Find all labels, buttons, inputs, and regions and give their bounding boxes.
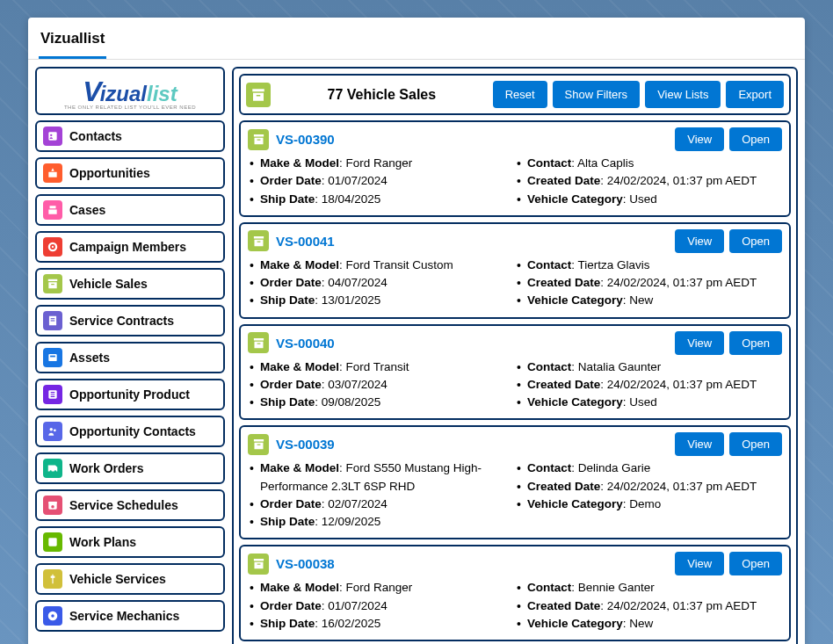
field-order-date: Order Date: 04/07/2024: [248, 274, 515, 292]
sidebar-item-label: Work Plans: [69, 535, 136, 549]
sidebar-icon: [43, 127, 62, 146]
field-created-date: Created Date: 24/02/2024, 01:37 pm AEDT: [515, 478, 782, 496]
sidebar-icon: [43, 532, 62, 552]
field-order-date: Order Date: 03/07/2024: [248, 376, 515, 394]
sidebar-item-label: Assets: [69, 351, 110, 365]
page-title: 77 Vehicle Sales: [278, 87, 486, 103]
view-button[interactable]: View: [675, 432, 724, 456]
view-button[interactable]: View: [675, 229, 724, 253]
sidebar-item-vehicle-services[interactable]: Vehicle Services: [35, 563, 225, 595]
open-button[interactable]: Open: [729, 331, 782, 355]
tab-vizuallist[interactable]: Vizuallist: [39, 25, 106, 59]
sidebar-item-opportunities[interactable]: Opportunities: [35, 157, 225, 189]
sidebar-item-label: Service Schedules: [69, 498, 178, 512]
svg-rect-6: [51, 320, 55, 321]
field-ship-date: Ship Date: 09/08/2025: [248, 394, 515, 411]
sidebar-item-label: Contacts: [69, 129, 122, 143]
field-vehicle-category: Vehicle Category: New: [515, 615, 782, 633]
record-card: VS-00039 View Open Make & Model: Ford S5…: [239, 425, 791, 539]
record-title-link[interactable]: VS-00038: [276, 556, 668, 571]
sidebar-item-label: Vehicle Services: [69, 572, 166, 586]
sidebar-item-campaign-members[interactable]: Campaign Members: [35, 231, 225, 263]
archive-icon: [248, 554, 269, 575]
sidebar-item-cases[interactable]: Cases: [35, 194, 225, 226]
sidebar-item-vehicle-sales[interactable]: Vehicle Sales: [35, 268, 225, 300]
reset-button[interactable]: Reset: [493, 81, 547, 108]
svg-point-11: [54, 429, 56, 431]
svg-rect-7: [48, 354, 56, 361]
open-button[interactable]: Open: [729, 432, 782, 456]
sidebar-icon: [43, 163, 62, 183]
open-button[interactable]: Open: [729, 127, 782, 151]
record-title-link[interactable]: VS-00041: [276, 234, 668, 249]
view-lists-button[interactable]: View Lists: [645, 81, 721, 108]
view-button[interactable]: View: [675, 127, 724, 151]
archive-icon: [248, 230, 269, 251]
svg-rect-5: [51, 318, 55, 319]
field-contact: Contact: Bennie Ganter: [515, 579, 782, 597]
view-button[interactable]: View: [675, 331, 724, 355]
sidebar-item-service-schedules[interactable]: Service Schedules: [35, 489, 225, 521]
archive-icon: [246, 83, 271, 107]
field-vehicle-category: Vehicle Category: Used: [515, 394, 782, 411]
archive-icon: [248, 332, 269, 353]
sidebar-icon: [43, 569, 62, 589]
svg-rect-15: [48, 502, 56, 503]
archive-icon: [248, 129, 269, 150]
sidebar-icon: [43, 274, 62, 293]
svg-point-10: [50, 428, 54, 431]
field-created-date: Created Date: 24/02/2024, 01:37 pm AEDT: [515, 172, 782, 190]
svg-point-1: [50, 134, 52, 136]
sidebar-item-label: Cases: [69, 203, 105, 217]
field-order-date: Order Date: 01/07/2024: [248, 172, 515, 190]
sidebar-icon: [43, 385, 62, 404]
field-contact: Contact: Alta Caplis: [515, 155, 782, 172]
sidebar-item-service-mechanics[interactable]: Service Mechanics: [35, 600, 225, 632]
sidebar-icon: [43, 606, 62, 626]
svg-point-21: [51, 614, 54, 618]
field-make-model: Make & Model: Ford Ranger: [248, 579, 515, 597]
field-contact: Contact: Natalia Gaunter: [515, 358, 782, 376]
logo: Vizuallist THE ONLY RELATED LIST YOU'LL …: [35, 67, 225, 115]
sidebar-item-label: Opportunities: [69, 166, 150, 180]
svg-rect-18: [52, 575, 53, 584]
sidebar-item-opportunity-contacts[interactable]: Opportunity Contacts: [35, 416, 225, 447]
record-title-link[interactable]: VS-00039: [276, 437, 668, 452]
field-created-date: Created Date: 24/02/2024, 01:37 pm AEDT: [515, 597, 782, 615]
sidebar-icon: [43, 237, 62, 257]
sidebar-icon: [43, 311, 62, 330]
sidebar-item-service-contracts[interactable]: Service Contracts: [35, 305, 225, 336]
svg-rect-0: [48, 132, 56, 140]
field-vehicle-category: Vehicle Category: Used: [515, 191, 782, 208]
export-button[interactable]: Export: [726, 81, 784, 108]
field-ship-date: Ship Date: 18/04/2025: [248, 191, 515, 208]
sidebar-item-work-orders[interactable]: Work Orders: [35, 452, 225, 484]
svg-point-4: [52, 246, 54, 248]
svg-point-13: [54, 470, 56, 472]
sidebar-item-contacts[interactable]: Contacts: [35, 120, 225, 152]
field-order-date: Order Date: 02/07/2024: [248, 496, 515, 513]
archive-icon: [248, 434, 269, 455]
sidebar-icon: [43, 496, 62, 515]
open-button[interactable]: Open: [729, 552, 782, 575]
sidebar-item-work-plans[interactable]: Work Plans: [35, 526, 225, 558]
field-ship-date: Ship Date: 16/02/2025: [248, 615, 515, 633]
sidebar-item-label: Opportunity Product: [69, 387, 190, 402]
sidebar: Vizuallist THE ONLY RELATED LIST YOU'LL …: [35, 67, 225, 644]
view-button[interactable]: View: [675, 552, 724, 575]
svg-point-16: [51, 505, 54, 509]
record-title-link[interactable]: VS-00040: [276, 336, 668, 351]
svg-rect-8: [50, 356, 55, 358]
field-contact: Contact: Delinda Garie: [515, 459, 782, 477]
field-contact: Contact: Tiertza Glavis: [515, 257, 782, 274]
svg-point-12: [50, 470, 52, 472]
open-button[interactable]: Open: [729, 229, 782, 253]
show-filters-button[interactable]: Show Filters: [553, 81, 641, 108]
sidebar-item-assets[interactable]: Assets: [35, 342, 225, 373]
record-title-link[interactable]: VS-00390: [276, 132, 668, 147]
sidebar-item-label: Campaign Members: [69, 240, 186, 254]
sidebar-item-opportunity-product[interactable]: Opportunity Product: [35, 379, 225, 410]
sidebar-item-label: Opportunity Contacts: [69, 424, 196, 438]
sidebar-item-label: Vehicle Sales: [69, 277, 148, 291]
content-header: 77 Vehicle Sales Reset Show Filters View…: [239, 74, 791, 115]
